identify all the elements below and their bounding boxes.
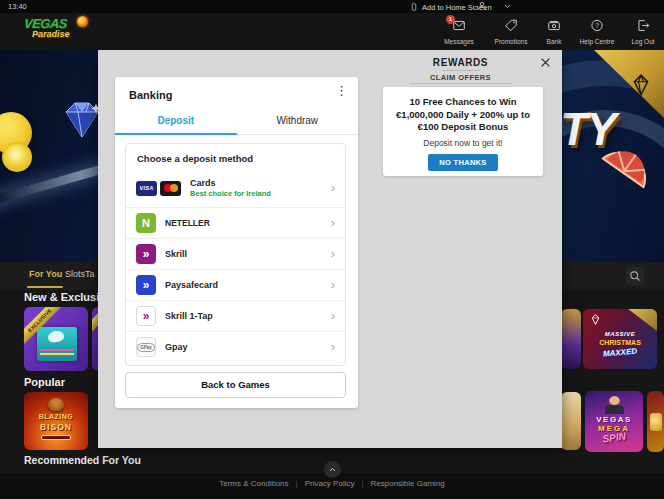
banking-tabs: Deposit Withdraw (115, 109, 358, 135)
skrill-icon: » (136, 244, 156, 264)
chevron-down-icon[interactable] (503, 2, 512, 10)
responsible-gaming-link[interactable]: Responsible Gaming (371, 479, 445, 488)
nav-item-bank[interactable]: Bank (531, 18, 577, 45)
game-tile-blazing-bison[interactable]: BLAZING BISON (24, 392, 88, 450)
chevron-right-icon: › (331, 218, 335, 228)
game-title-line: MAXXED (583, 345, 657, 360)
footer-links: Terms & Conditions|Privacy Policy|Respon… (0, 479, 664, 488)
method-subtitle: Best choice for Ireland (190, 189, 271, 198)
chevron-right-icon: › (331, 311, 335, 321)
nav-item-log-out[interactable]: Log Out (620, 18, 664, 45)
paysafecard-icon: » (136, 275, 156, 295)
method-name: Paysafecard (165, 280, 218, 290)
chevron-right-icon: › (331, 342, 335, 352)
diamond-icon (589, 313, 602, 326)
visa-icon: VISA (136, 181, 157, 196)
game-title-line: BISON (24, 422, 88, 432)
game-title-line: BLAZING (24, 413, 88, 420)
game-tile-partial[interactable] (561, 309, 581, 369)
deposit-method-row-skrill[interactable]: » Skrill › (126, 238, 345, 269)
card-icons: VISA (136, 181, 181, 196)
nav-item-messages[interactable]: 1 Messages (436, 18, 482, 45)
nav-label: Help Centre (572, 38, 622, 45)
casino-app-screen: 13:40 Add to Home Screen VEGAS Paradise … (0, 0, 664, 499)
messages-badge: 1 (446, 15, 455, 24)
logout-icon (636, 19, 650, 32)
bank-cash-icon (547, 19, 561, 32)
person-icon[interactable] (477, 1, 487, 11)
game-tile-vegas-mega-spin[interactable]: VEGAS MEGA SPIN (585, 391, 643, 452)
skrill-1tap-icon: » (136, 306, 156, 326)
search-button[interactable] (626, 267, 644, 285)
nav-label: Promotions (488, 38, 534, 45)
tab-deposit[interactable]: Deposit (115, 109, 237, 134)
chevron-right-icon: › (331, 183, 335, 193)
deposit-method-row-neteller[interactable]: N NETELLER › (126, 207, 345, 238)
tab-underline (410, 83, 512, 84)
tab-table[interactable]: Ta (85, 269, 95, 279)
offer-text-line: €100 Deposit Bonus (383, 121, 543, 134)
chevron-right-icon: › (331, 280, 335, 290)
choose-method-label: Choose a deposit method (126, 144, 345, 169)
rewards-title: REWARDS (373, 57, 548, 68)
no-thanks-button[interactable]: NO THANKS (428, 154, 497, 171)
chevron-right-icon: › (331, 249, 335, 259)
deposit-method-row-gpay[interactable]: GPay Gpay › (126, 331, 345, 362)
banking-title: Banking (129, 89, 172, 101)
svg-text:?: ? (595, 22, 599, 29)
active-tab-underline (27, 286, 63, 288)
deposit-method-row-skrill-1tap[interactable]: » Skrill 1-Tap › (126, 300, 345, 331)
promotions-tag-icon (504, 19, 518, 32)
gold-letter-art (650, 413, 662, 431)
nav-label: Messages (436, 38, 482, 45)
neteller-icon: N (136, 213, 156, 233)
link-separator: | (296, 479, 298, 488)
nav-item-promotions[interactable]: Promotions (488, 18, 534, 45)
banking-card: Banking ⋮ Deposit Withdraw Choose a depo… (115, 77, 358, 408)
offer-text-line: 10 Free Chances to Win (383, 96, 543, 109)
claim-offers-tab[interactable]: CLAIM OFFERS (373, 73, 548, 82)
privacy-link[interactable]: Privacy Policy (305, 479, 355, 488)
phone-icon (410, 2, 418, 12)
back-to-games-button[interactable]: Back to Games (125, 372, 346, 398)
method-name: Skrill (165, 249, 187, 259)
game-tile-exclusive[interactable]: EXCLUSIVE (24, 307, 88, 371)
clock: 13:40 (8, 2, 27, 11)
method-name: Cards (190, 178, 271, 188)
deposit-method-row-paysafecard[interactable]: » Paysafecard › (126, 269, 345, 300)
game-title-line: VEGAS (585, 415, 643, 424)
offer-card: 10 Free Chances to Win €1,000,000 Daily … (383, 87, 543, 176)
search-icon (629, 270, 641, 282)
kebab-menu-icon[interactable]: ⋮ (335, 84, 348, 98)
character-torso-art (605, 405, 624, 414)
chevron-up-icon (328, 466, 337, 474)
tab-slots[interactable]: Slots (65, 269, 85, 279)
status-bar: 13:40 Add to Home Screen (0, 0, 664, 13)
section-recommended: Recommended For You (24, 454, 141, 466)
nav-label: Log Out (620, 38, 664, 45)
terms-link[interactable]: Terms & Conditions (219, 479, 288, 488)
close-button[interactable] (538, 55, 553, 70)
section-popular: Popular (24, 376, 65, 388)
mastercard-icon (160, 181, 181, 196)
site-header: VEGAS Paradise 1 Messages Promotions Ban… (0, 13, 664, 50)
scroll-to-top-button[interactable] (324, 461, 341, 478)
nav-label: Bank (531, 38, 577, 45)
banking-modal: Banking ⋮ Deposit Withdraw Choose a depo… (98, 50, 562, 448)
vegas-paradise-logo[interactable]: VEGAS Paradise (24, 16, 92, 47)
link-separator: | (361, 479, 363, 488)
tab-withdraw[interactable]: Withdraw (237, 109, 359, 134)
game-title-line: MASSIVE (583, 331, 657, 337)
game-art-line (40, 349, 74, 351)
method-name: Gpay (165, 342, 188, 352)
tab-for-you[interactable]: For You (29, 269, 62, 279)
game-tile-partial[interactable] (647, 391, 664, 452)
deposit-method-row-cards[interactable]: VISA Cards Best choice for Ireland › (126, 169, 345, 207)
game-tile-partial[interactable] (561, 392, 581, 450)
gpay-icon: GPay (136, 337, 156, 357)
method-name: NETELLER (165, 218, 210, 228)
logo-text-vegas: VEGAS (23, 16, 93, 31)
game-tile-massive-christmas-maxxed[interactable]: MASSIVE CHRISTMAS MAXXED (583, 309, 657, 369)
deposit-method-list: Choose a deposit method VISA Cards Best … (125, 143, 346, 366)
nav-item-help-centre[interactable]: ? Help Centre (572, 18, 622, 45)
